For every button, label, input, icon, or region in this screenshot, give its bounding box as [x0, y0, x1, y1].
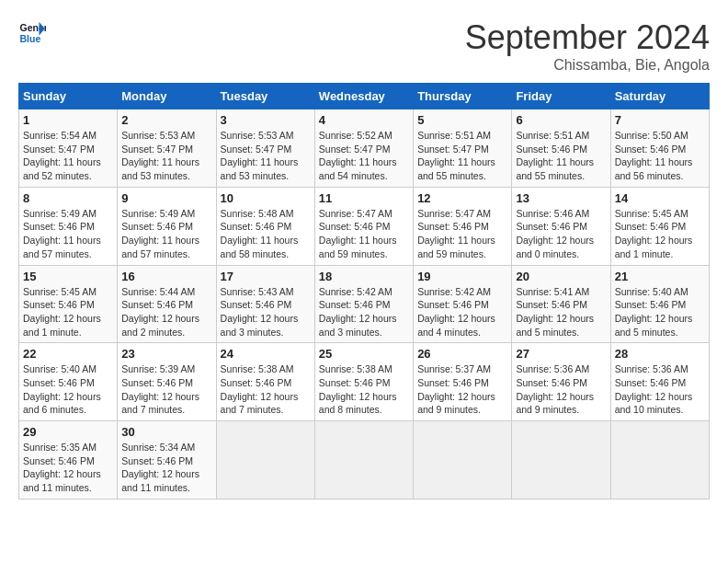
- calendar-cell: 30 Sunrise: 5:34 AM Sunset: 5:46 PM Dayl…: [118, 421, 216, 500]
- calendar-cell: 3 Sunrise: 5:53 AM Sunset: 5:47 PM Dayli…: [216, 109, 314, 188]
- day-info: Sunrise: 5:39 AM Sunset: 5:46 PM Dayligh…: [121, 362, 211, 417]
- day-number: 21: [615, 270, 705, 283]
- day-info: Sunrise: 5:47 AM Sunset: 5:46 PM Dayligh…: [417, 207, 507, 261]
- day-number: 22: [23, 347, 113, 361]
- calendar-cell: 24 Sunrise: 5:38 AM Sunset: 5:46 PM Dayl…: [216, 343, 314, 421]
- location-subtitle: Chissamba, Bie, Angola: [465, 57, 710, 74]
- calendar-cell: 16 Sunrise: 5:44 AM Sunset: 5:46 PM Dayl…: [118, 265, 216, 343]
- calendar-cell: 27 Sunrise: 5:36 AM Sunset: 5:46 PM Dayl…: [512, 343, 610, 421]
- day-number: 17: [221, 270, 311, 283]
- day-info: Sunrise: 5:44 AM Sunset: 5:46 PM Dayligh…: [121, 285, 211, 339]
- title-section: September 2024 Chissamba, Bie, Angola: [465, 18, 710, 74]
- day-info: Sunrise: 5:35 AM Sunset: 5:46 PM Dayligh…: [23, 441, 113, 495]
- calendar-cell: 23 Sunrise: 5:39 AM Sunset: 5:46 PM Dayl…: [118, 343, 216, 421]
- day-number: 16: [121, 270, 211, 283]
- day-info: Sunrise: 5:54 AM Sunset: 5:47 PM Dayligh…: [23, 129, 113, 183]
- day-number: 10: [221, 191, 311, 205]
- day-info: Sunrise: 5:43 AM Sunset: 5:46 PM Dayligh…: [221, 285, 311, 339]
- header-friday: Friday: [512, 84, 610, 109]
- calendar-cell: 17 Sunrise: 5:43 AM Sunset: 5:46 PM Dayl…: [216, 265, 314, 343]
- calendar-cell: 6 Sunrise: 5:51 AM Sunset: 5:46 PM Dayli…: [512, 109, 610, 188]
- day-number: 18: [319, 270, 409, 283]
- calendar-cell: [414, 421, 512, 500]
- day-info: Sunrise: 5:38 AM Sunset: 5:46 PM Dayligh…: [221, 362, 311, 417]
- day-info: Sunrise: 5:38 AM Sunset: 5:46 PM Dayligh…: [319, 362, 409, 417]
- day-info: Sunrise: 5:45 AM Sunset: 5:46 PM Dayligh…: [615, 207, 705, 261]
- calendar-week-row: 29 Sunrise: 5:35 AM Sunset: 5:46 PM Dayl…: [19, 421, 710, 500]
- calendar-cell: 25 Sunrise: 5:38 AM Sunset: 5:46 PM Dayl…: [314, 343, 413, 421]
- calendar-cell: 29 Sunrise: 5:35 AM Sunset: 5:46 PM Dayl…: [19, 421, 118, 500]
- calendar-table: Sunday Monday Tuesday Wednesday Thursday…: [18, 83, 710, 500]
- day-info: Sunrise: 5:40 AM Sunset: 5:46 PM Dayligh…: [23, 362, 113, 417]
- calendar-cell: 18 Sunrise: 5:42 AM Sunset: 5:46 PM Dayl…: [314, 265, 413, 343]
- day-number: 1: [23, 113, 113, 127]
- day-info: Sunrise: 5:53 AM Sunset: 5:47 PM Dayligh…: [221, 129, 311, 183]
- header-sunday: Sunday: [19, 84, 118, 109]
- calendar-cell: 1 Sunrise: 5:54 AM Sunset: 5:47 PM Dayli…: [19, 109, 118, 188]
- calendar-cell: 21 Sunrise: 5:40 AM Sunset: 5:46 PM Dayl…: [610, 265, 709, 343]
- day-info: Sunrise: 5:51 AM Sunset: 5:47 PM Dayligh…: [417, 129, 507, 183]
- day-number: 26: [417, 347, 507, 361]
- calendar-cell: 10 Sunrise: 5:48 AM Sunset: 5:46 PM Dayl…: [216, 187, 314, 265]
- calendar-cell: [314, 421, 413, 500]
- day-info: Sunrise: 5:45 AM Sunset: 5:46 PM Dayligh…: [23, 285, 113, 339]
- month-title: September 2024: [465, 18, 710, 57]
- day-number: 27: [516, 347, 606, 361]
- day-info: Sunrise: 5:41 AM Sunset: 5:46 PM Dayligh…: [516, 285, 606, 339]
- calendar-cell: [216, 421, 314, 500]
- calendar-cell: 5 Sunrise: 5:51 AM Sunset: 5:47 PM Dayli…: [414, 109, 512, 188]
- header-wednesday: Wednesday: [314, 84, 413, 109]
- day-info: Sunrise: 5:47 AM Sunset: 5:46 PM Dayligh…: [319, 207, 409, 261]
- calendar-cell: 22 Sunrise: 5:40 AM Sunset: 5:46 PM Dayl…: [19, 343, 118, 421]
- day-info: Sunrise: 5:48 AM Sunset: 5:46 PM Dayligh…: [221, 207, 311, 261]
- day-info: Sunrise: 5:37 AM Sunset: 5:46 PM Dayligh…: [417, 362, 507, 417]
- calendar-week-row: 15 Sunrise: 5:45 AM Sunset: 5:46 PM Dayl…: [19, 265, 710, 343]
- calendar-cell: 8 Sunrise: 5:49 AM Sunset: 5:46 PM Dayli…: [19, 187, 118, 265]
- day-info: Sunrise: 5:51 AM Sunset: 5:46 PM Dayligh…: [516, 129, 606, 183]
- day-number: 5: [417, 113, 507, 127]
- calendar-cell: [610, 421, 709, 500]
- calendar-cell: 13 Sunrise: 5:46 AM Sunset: 5:46 PM Dayl…: [512, 187, 610, 265]
- day-info: Sunrise: 5:52 AM Sunset: 5:47 PM Dayligh…: [319, 129, 409, 183]
- calendar-cell: [512, 421, 610, 500]
- calendar-cell: 4 Sunrise: 5:52 AM Sunset: 5:47 PM Dayli…: [314, 109, 413, 188]
- day-info: Sunrise: 5:46 AM Sunset: 5:46 PM Dayligh…: [516, 207, 606, 261]
- calendar-cell: 12 Sunrise: 5:47 AM Sunset: 5:46 PM Dayl…: [414, 187, 512, 265]
- day-number: 7: [615, 113, 705, 127]
- weekday-header-row: Sunday Monday Tuesday Wednesday Thursday…: [19, 84, 710, 109]
- day-number: 8: [23, 191, 113, 205]
- day-number: 19: [417, 270, 507, 283]
- day-number: 3: [221, 113, 311, 127]
- day-number: 9: [121, 191, 211, 205]
- calendar-cell: 7 Sunrise: 5:50 AM Sunset: 5:46 PM Dayli…: [610, 109, 709, 188]
- page-header: General Blue September 2024 Chissamba, B…: [18, 18, 710, 74]
- day-number: 11: [319, 191, 409, 205]
- day-number: 4: [319, 113, 409, 127]
- day-number: 25: [319, 347, 409, 361]
- calendar-cell: 19 Sunrise: 5:42 AM Sunset: 5:46 PM Dayl…: [414, 265, 512, 343]
- day-number: 12: [417, 191, 507, 205]
- calendar-cell: 26 Sunrise: 5:37 AM Sunset: 5:46 PM Dayl…: [414, 343, 512, 421]
- day-info: Sunrise: 5:36 AM Sunset: 5:46 PM Dayligh…: [615, 362, 705, 417]
- day-number: 28: [615, 347, 705, 361]
- calendar-cell: 9 Sunrise: 5:49 AM Sunset: 5:46 PM Dayli…: [118, 187, 216, 265]
- calendar-cell: 20 Sunrise: 5:41 AM Sunset: 5:46 PM Dayl…: [512, 265, 610, 343]
- day-info: Sunrise: 5:49 AM Sunset: 5:46 PM Dayligh…: [121, 207, 211, 261]
- svg-text:Blue: Blue: [20, 33, 41, 44]
- day-number: 29: [23, 425, 113, 439]
- header-tuesday: Tuesday: [216, 84, 314, 109]
- header-thursday: Thursday: [414, 84, 512, 109]
- calendar-week-row: 22 Sunrise: 5:40 AM Sunset: 5:46 PM Dayl…: [19, 343, 710, 421]
- day-info: Sunrise: 5:42 AM Sunset: 5:46 PM Dayligh…: [319, 285, 409, 339]
- day-info: Sunrise: 5:34 AM Sunset: 5:46 PM Dayligh…: [121, 441, 211, 495]
- day-info: Sunrise: 5:50 AM Sunset: 5:46 PM Dayligh…: [615, 129, 705, 183]
- day-number: 13: [516, 191, 606, 205]
- day-number: 24: [221, 347, 311, 361]
- day-info: Sunrise: 5:53 AM Sunset: 5:47 PM Dayligh…: [121, 129, 211, 183]
- logo: General Blue: [18, 18, 48, 46]
- day-number: 30: [121, 425, 211, 439]
- day-number: 20: [516, 270, 606, 283]
- day-number: 23: [121, 347, 211, 361]
- day-number: 6: [516, 113, 606, 127]
- calendar-cell: 15 Sunrise: 5:45 AM Sunset: 5:46 PM Dayl…: [19, 265, 118, 343]
